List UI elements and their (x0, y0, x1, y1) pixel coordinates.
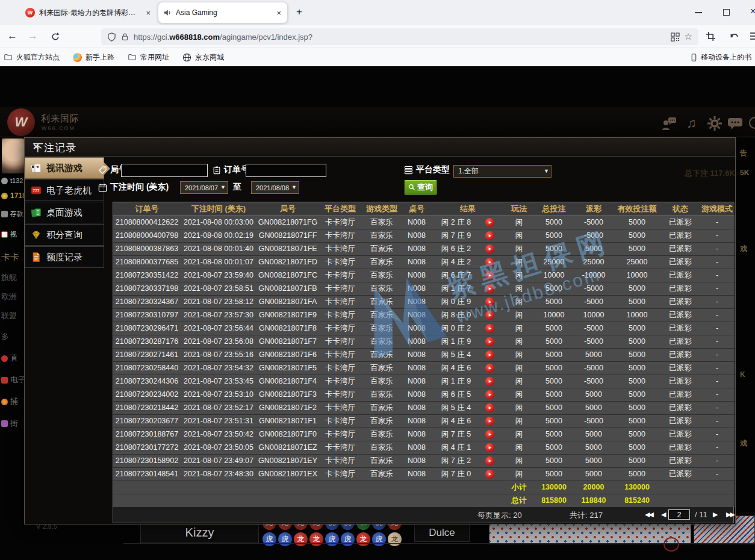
url-text: https://gci.w668818.com/agingame/pcv1/in… (134, 33, 666, 42)
customer-service-icon[interactable] (661, 116, 677, 131)
user-icon (1, 178, 8, 184)
left-rail-fragment: 电子 (1, 375, 24, 385)
first-page-icon[interactable]: ◀◀ (645, 511, 653, 518)
bet-table-body: 2108080004126222021-08-08 00:03:00GN0082… (113, 216, 735, 481)
column-header: 局号 (256, 202, 319, 216)
play-video-button[interactable]: ▶ (485, 258, 494, 267)
back-icon[interactable]: ← (7, 30, 17, 42)
bookmark-getting-started[interactable]: 新手上路 (73, 52, 114, 63)
music-icon[interactable]: ♫ (686, 116, 702, 131)
sidebar-item-slots[interactable]: 777 电子老虎机 (25, 179, 104, 201)
bead-marker: 虎 (325, 532, 339, 546)
window-minimize-icon[interactable] (695, 12, 702, 13)
play-video-button[interactable]: ▶ (485, 430, 494, 439)
bookmark-star-icon[interactable]: ☆ (685, 31, 692, 42)
play-video-button[interactable]: ▶ (485, 244, 494, 254)
play-video-button[interactable]: ▶ (485, 231, 494, 240)
page-input[interactable] (668, 509, 690, 520)
play-video-button[interactable]: ▶ (485, 350, 494, 359)
column-header: 总投注 (533, 202, 574, 216)
gear-icon[interactable] (707, 116, 722, 131)
reload-icon[interactable] (51, 32, 60, 42)
column-header: 结果 (431, 202, 505, 216)
next-page-icon[interactable]: ▶ (713, 511, 718, 518)
tab-close-icon[interactable]: × (275, 8, 282, 17)
last-page-icon[interactable]: ▶▶ (726, 511, 734, 518)
prev-page-icon[interactable]: ◀ (661, 511, 666, 518)
date-from-select[interactable]: 2021/08/07 ▼ (180, 181, 228, 194)
bead-marker: 虎 (372, 532, 386, 546)
round-number-input[interactable] (121, 164, 208, 177)
play-video-button[interactable]: ▶ (485, 284, 494, 293)
window-close-icon[interactable]: × (750, 6, 755, 17)
bet-table: 订单号下注时间 (美东)局号平台类型游戏类型桌号结果玩法总投注派彩有效投注额状态… (113, 202, 734, 508)
chevron-down-icon: ▼ (291, 184, 297, 190)
bookmark-firefox-official[interactable]: 火狐官方站点 (4, 52, 60, 63)
play-video-button[interactable]: ▶ (485, 470, 494, 479)
red-ring-marker (663, 537, 679, 552)
table-row: 2108072302871762021-08-07 23:56:08GN0082… (113, 335, 735, 348)
play-video-button[interactable]: ▶ (485, 443, 494, 452)
undo-arrow-icon[interactable] (729, 31, 739, 42)
sidebar-item-live-games[interactable]: 视讯游戏 (25, 157, 104, 179)
bookmark-jd-mall[interactable]: 京东商城 (182, 52, 224, 63)
tag-icon (98, 166, 107, 175)
left-rail-fragment: 直 (1, 353, 18, 364)
table-row: 2108072301887672021-08-07 23:50:42GN0082… (113, 428, 735, 441)
wallet-icon (1, 211, 8, 217)
column-header: 状态 (661, 202, 700, 216)
play-video-button[interactable]: ▶ (485, 364, 494, 373)
sidebar-item-table-games[interactable]: 桌面游戏 (25, 202, 104, 223)
menu-hamburger-icon[interactable] (750, 32, 755, 40)
brand-domain: W66.COM (42, 125, 75, 131)
play-video-button[interactable]: ▶ (485, 377, 494, 386)
screen: W 利来国际-最给力的老牌博彩网站 × Asia Gaming × + × ← … (0, 0, 755, 560)
play-video-button[interactable]: ▶ (485, 297, 494, 306)
url-bar[interactable]: https://gci.w668818.com/agingame/pcv1/in… (101, 28, 698, 45)
new-tab-button[interactable]: + (296, 7, 302, 17)
play-video-button[interactable]: ▶ (485, 218, 494, 227)
screenshot-crop-icon[interactable] (706, 31, 716, 42)
right-rail-fragment: 戏 (740, 244, 747, 254)
play-video-button[interactable]: ▶ (485, 456, 494, 465)
modal-sidebar: 视讯游戏 777 电子老虎机 桌面游戏 积分查询 额度记录 (25, 157, 104, 269)
platform-type-select[interactable]: 1.全部 ▼ (453, 165, 551, 178)
date-to-select[interactable]: 2021/08/08 ▼ (251, 181, 299, 194)
bookmark-common-sites[interactable]: 常用网址 (128, 52, 169, 63)
table-games-icon (31, 207, 42, 218)
bead-marker: 龙 (356, 532, 370, 546)
svg-text:777: 777 (33, 188, 40, 193)
left-rail-fragment: 联盟 (1, 311, 17, 322)
qr-code-icon[interactable] (671, 33, 680, 42)
play-video-button[interactable]: ▶ (485, 311, 494, 320)
play-video-button[interactable]: ▶ (485, 390, 494, 399)
play-video-button[interactable]: ▶ (485, 403, 494, 412)
modal-close-icon[interactable]: × (33, 141, 728, 153)
calendar-icon (98, 183, 107, 192)
column-header: 有效投注额 (613, 202, 661, 216)
play-video-button[interactable]: ▶ (485, 337, 494, 346)
table-row: 2108080003776852021-08-08 00:01:07GN0082… (113, 255, 735, 269)
forward-icon[interactable]: → (28, 30, 38, 42)
chevron-down-icon: ▼ (220, 184, 226, 190)
chat-bubble-icon[interactable] (727, 116, 743, 131)
bookmarks-bar: 火狐官方站点 新手上路 常用网址 京东商城 移动设备上的书 (0, 48, 755, 66)
sidebar-item-credit-records[interactable]: 额度记录 (25, 246, 104, 268)
search-button[interactable]: 查询 (405, 180, 437, 194)
bookmark-mobile-device[interactable]: 移动设备上的书 (690, 52, 755, 63)
column-header: 游戏模式 (700, 202, 735, 216)
left-rail-fragment: 1718 (1, 191, 24, 200)
tab-close-icon[interactable]: × (144, 8, 152, 17)
left-rail-fragment: 街 (1, 418, 18, 429)
play-video-button[interactable]: ▶ (485, 271, 494, 280)
sidebar-item-points-query[interactable]: 积分查询 (25, 224, 104, 246)
window-maximize-icon[interactable] (723, 9, 730, 16)
tab-lilai[interactable]: W 利来国际-最给力的老牌博彩网站 × (20, 0, 157, 25)
dealer-name-dulce: Dulce (414, 524, 470, 542)
play-video-button[interactable]: ▶ (485, 324, 494, 333)
table-row: 2108072302714612021-08-07 23:55:16GN0082… (113, 348, 735, 361)
play-video-button[interactable]: ▶ (485, 417, 494, 426)
shield-permissions-icon[interactable] (107, 33, 116, 42)
order-number-input[interactable] (246, 164, 326, 177)
tab-asia-gaming[interactable]: Asia Gaming × (158, 2, 288, 23)
